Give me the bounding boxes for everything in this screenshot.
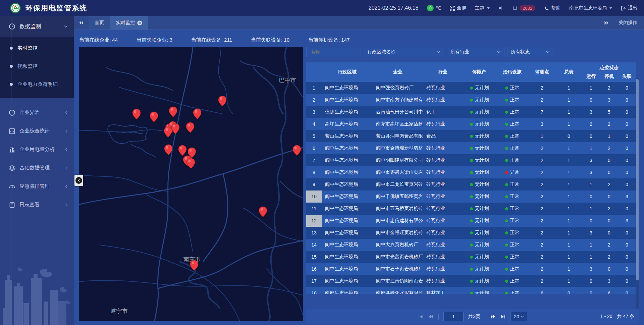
theme-dropdown[interactable]: 主题 — [475, 5, 490, 11]
table-row[interactable]: 13阆中生态环境局阆中市金福旺页岩机砖砖瓦行业无计划正常21300 — [306, 227, 636, 239]
row-facility-status-cell: 正常 — [496, 178, 528, 191]
first-page-button[interactable] — [418, 314, 423, 319]
row-stop-status-cell: 无计划 — [463, 94, 496, 106]
row-lost-count-cell: 0 — [618, 251, 636, 263]
row-company-cell: 南充市高坪区王家店建 — [373, 118, 423, 130]
table-row[interactable]: 14阆中生态环境局阆中大兴页岩机砖厂砖瓦行业无计划正常21120 — [306, 239, 636, 251]
table-row[interactable]: 12阆中生态环境局阆中市忠信建材有限公砖瓦行业无计划正常21003 — [306, 215, 636, 227]
row-index-cell: 12 — [306, 215, 322, 227]
col-company-header[interactable]: 企业 — [373, 62, 423, 82]
page-size-select[interactable]: 20 — [511, 312, 527, 321]
sound-button[interactable] — [498, 6, 504, 10]
row-run-count-cell: 3 — [582, 106, 600, 118]
status-filter-select[interactable]: 所有状态 — [507, 47, 553, 57]
row-industry-cell: 砖瓦行业 — [423, 178, 463, 191]
map-pin-icon[interactable] — [193, 108, 202, 119]
tabs-scroll-left-button[interactable] — [74, 20, 89, 25]
row-run-count-cell: 0 — [582, 215, 600, 227]
help-button[interactable]: 帮助 — [544, 5, 560, 11]
sidebar-item-power-load-detail[interactable]: 企业电力负荷明细 — [0, 75, 74, 93]
tab-home[interactable]: 首页 — [89, 16, 110, 30]
facility-status-text: 正常 — [510, 85, 520, 91]
next-page-button[interactable] — [490, 314, 496, 319]
col-meter-header[interactable]: 总表 — [556, 62, 582, 82]
col-monitor-header[interactable]: 监测点 — [528, 62, 556, 82]
total-pages-label: 共3页 — [468, 314, 480, 320]
map-pin-icon[interactable] — [186, 122, 195, 133]
col-halt-header[interactable]: 停机 — [600, 71, 618, 82]
col-stop-header[interactable]: 停限产 — [463, 62, 496, 82]
row-stop-status-cell: 无计划 — [463, 251, 496, 263]
table-row[interactable]: 10阆中生态环境局阆中千佛镇五郎垭页岩砖瓦行业无计划正常21003 — [306, 191, 636, 203]
table-row[interactable]: 17阆中生态环境局阆中市江南镇阆南页岩砖瓦行业无计划正常21030 — [306, 275, 636, 287]
status-dot-icon — [470, 135, 473, 138]
table-row[interactable]: 8阆中生态环境局阆中市枣碧大梁山页岩砖瓦行业无计划异常21300 — [306, 166, 636, 178]
map-pin-icon[interactable] — [292, 145, 301, 156]
row-meter-count-cell: 1 — [556, 106, 582, 118]
industry-filter-select[interactable]: 所有行业 — [447, 47, 504, 57]
map-pin-icon[interactable] — [190, 260, 199, 271]
notifications-button[interactable]: 2632 — [513, 5, 535, 11]
name-filter-input[interactable] — [310, 49, 357, 55]
sidebar-item-video-monitoring[interactable]: 视频监控 — [0, 57, 74, 75]
stop-status-text: 无计划 — [475, 109, 489, 115]
region-filter-select[interactable]: 行政区域名称 — [364, 47, 444, 57]
status-dot-icon — [505, 268, 508, 271]
page-number-input[interactable] — [443, 312, 464, 321]
table-row[interactable]: 4高坪生态环境局南充市高坪区王家店建砖瓦行业无计划正常31220 — [306, 118, 636, 130]
row-lost-count-cell: 0 — [618, 263, 636, 275]
table-row[interactable]: 16阆中生态环境局阆中市石子页岩机砖厂砖瓦行业无计划正常21300 — [306, 263, 636, 275]
row-run-count-cell: 3 — [582, 154, 600, 166]
map-pin-icon[interactable] — [218, 96, 227, 107]
row-index-cell: 13 — [306, 227, 322, 239]
table-row[interactable]: 2阆中生态环境局阆中市南方节能建材有砖瓦行业无计划正常21030 — [306, 94, 636, 106]
fullscreen-button[interactable]: 全屏 — [450, 5, 466, 11]
map-pin-icon[interactable] — [164, 126, 172, 138]
map-pin-icon[interactable] — [259, 206, 267, 217]
row-facility-status-cell: 正常 — [496, 287, 528, 294]
table-header: 行政区域 企业 行业 停限产 治污设施 监测点 总表 点位状态 运行 停机 失联 — [306, 62, 636, 82]
col-run-header[interactable]: 运行 — [582, 71, 600, 82]
org-dropdown[interactable]: 南充市生态环境局 — [569, 5, 612, 11]
row-lost-count-cell: 0 — [618, 275, 636, 287]
map-pin-icon[interactable] — [178, 145, 187, 156]
double-chevron-right-icon[interactable] — [604, 20, 609, 25]
table-row[interactable]: 15阆中生态环境局阆中市光富页岩机砖厂砖瓦行业无计划正常21120 — [306, 251, 636, 263]
map-pin-icon[interactable] — [132, 109, 141, 120]
row-region-cell: 阆中生态环境局 — [322, 166, 373, 178]
map-pin-icon[interactable] — [186, 158, 195, 169]
tab-realtime-monitoring[interactable]: 实时监控 — [110, 16, 148, 30]
sidebar-item-realtime-monitoring[interactable]: 实时监控 — [0, 39, 74, 57]
table-row[interactable]: 7阆中生态环境局阆中明阳建材有限公司砖瓦行业无计划正常21300 — [306, 154, 636, 166]
last-page-button[interactable] — [500, 314, 506, 319]
scrollbar-thumb[interactable] — [636, 79, 639, 280]
panel-collapse-button[interactable] — [74, 175, 83, 186]
close-icon[interactable] — [137, 20, 142, 25]
col-lost-header[interactable]: 失联 — [618, 71, 636, 82]
table-scrollbar[interactable] — [636, 78, 639, 309]
row-lost-count-cell: 3 — [618, 215, 636, 227]
row-region-cell: 阆中生态环境局 — [322, 203, 373, 215]
prev-page-button[interactable] — [428, 314, 434, 319]
status-dot-icon — [470, 256, 473, 259]
sidebar-item-label: 视频监控 — [17, 63, 38, 69]
table-row[interactable]: 11阆中生态环境局阆中市五马桥页岩机砖砖瓦行业无计划正常21120 — [306, 203, 636, 215]
table-row[interactable]: 5营山生态环境局营山县润丰肉食品有限食品无计划正常10010 — [306, 130, 636, 142]
col-facility-header[interactable]: 治污设施 — [496, 62, 528, 82]
table-row[interactable]: 1阆中生态环境局阆中强锐页岩砖厂砖瓦行业无计划正常21120 — [306, 82, 636, 94]
row-region-cell: 南部生态环境局 — [322, 287, 373, 294]
table-row[interactable]: 6阆中生态环境局阆中市金博瑞新型墙材砖瓦行业无计划正常21120 — [306, 142, 636, 154]
table-row[interactable]: 3仪陇生态环境局西南油气田分公司川中化工无计划正常71350 — [306, 106, 636, 118]
table-row[interactable]: 9阆中生态环境局阆中市二龙长宝页岩砖砖瓦行业无计划正常21120 — [306, 178, 636, 191]
close-operations-button[interactable]: 关闭操作 — [619, 20, 637, 26]
map-pin-icon[interactable] — [164, 144, 173, 155]
row-halt-count-cell: 0 — [600, 154, 618, 166]
logout-button[interactable]: 退出 — [621, 5, 637, 11]
col-industry-header[interactable]: 行业 — [423, 62, 463, 82]
col-region-header[interactable]: 行政区域 — [322, 62, 373, 82]
map-panel[interactable]: 巴中市南充市遂宁市 — [79, 47, 303, 321]
row-stop-status-cell: 无计划 — [463, 82, 496, 94]
map-pin-icon[interactable] — [169, 106, 177, 117]
table-row[interactable]: 18南部生态环境局南部县砖化水泥有限公建材加工无计划正常60060 — [306, 287, 636, 294]
map-pin-icon[interactable] — [150, 111, 158, 122]
